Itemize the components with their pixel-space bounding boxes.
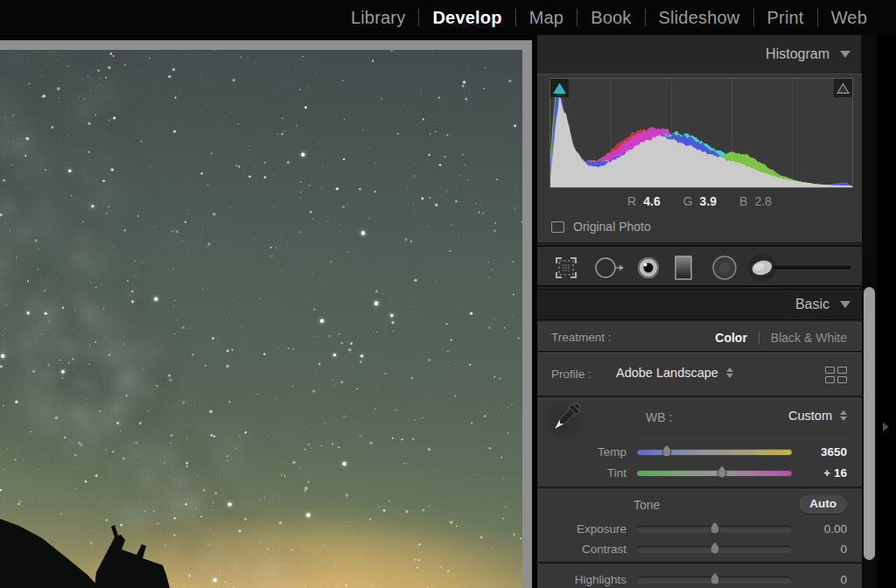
histogram-canvas [550,79,852,187]
profile-select[interactable]: Adobe Landscape [616,366,733,380]
red-eye-icon [636,256,661,280]
slider-thumb[interactable] [661,444,673,459]
nav-item-slideshow[interactable]: Slideshow [646,8,753,28]
rgb-readout: R 4.6 G 3.9 B 2.8 [537,192,862,211]
radial-filter-tool-button[interactable] [710,247,738,289]
contrast-slider-value[interactable]: 0 [786,542,847,556]
auto-tone-button[interactable]: Auto [799,495,847,514]
nav-item-web[interactable]: Web [818,8,880,28]
scrollbar-thumb[interactable] [864,287,875,560]
temp-slider-label: Temp [537,445,626,458]
tint-slider-value[interactable]: + 16 [786,466,847,480]
foreground-silhouette [0,50,522,588]
red-eye-tool-button[interactable] [635,247,662,289]
eyedropper-icon [542,399,585,443]
treatment-color-button[interactable]: Color [715,331,747,345]
adjustment-brush-icon [747,250,857,285]
exposure-slider-value[interactable]: 0.00 [786,522,847,536]
contrast-slider-label: Contrast [537,542,626,556]
profile-value: Adobe Landscape [616,366,718,380]
histogram-title: Histogram [766,46,830,62]
profile-section: Profile : Adobe Landscape [537,353,862,396]
highlights-slider-track[interactable] [637,577,792,583]
nav-item-map[interactable]: Map [516,8,578,28]
module-picker-bar: Library Develop Map Book Slideshow Print… [0,0,896,35]
histogram-section: R 4.6 G 3.9 B 2.8 Original Photo [537,74,862,243]
treatment-toggle: Color Black & White [715,323,847,353]
temp-slider-track[interactable] [637,449,792,455]
preview-image[interactable] [0,50,522,588]
wb-preset-select[interactable]: Custom [788,409,847,423]
readout-g-label: G [683,194,693,208]
crop-overlay-icon [555,256,578,279]
radial-filter-icon [710,254,738,282]
readout-r-value: 4.6 [643,194,660,208]
nav-item-library[interactable]: Library [338,8,419,28]
updown-arrows-icon [726,368,733,378]
exposure-slider-track[interactable] [637,526,792,532]
highlights-slider-value[interactable]: 0 [786,573,847,586]
histogram-plot[interactable] [550,78,853,188]
lightroom-develop-window: Library Develop Map Book Slideshow Print… [0,0,896,588]
temp-slider-row: Temp 3650 [537,442,862,463]
tool-strip [537,245,862,287]
basic-disclosure-triangle-icon[interactable] [840,301,850,308]
nav-item-book[interactable]: Book [578,8,644,28]
basic-panel-header[interactable]: Basic [537,289,862,320]
grid-cell [837,376,847,383]
module-picker: Library Develop Map Book Slideshow Print… [338,0,880,35]
updown-arrows-icon [840,410,847,421]
highlight-clip-triangle-icon [836,83,850,94]
white-balance-section: WB : Custom Temp 3650 Tint [537,398,862,487]
grid-cell [825,376,835,383]
histogram-panel-header[interactable]: Histogram [537,35,862,74]
contrast-slider-track[interactable] [637,546,792,552]
panel-scrollbar[interactable] [862,35,877,588]
profile-browser-grid-button[interactable] [825,367,847,383]
grid-cell [825,367,835,374]
tone-section: Tone Auto Exposure 0.00 Contrast 0 [537,489,862,563]
tint-slider-row: Tint + 16 [537,463,862,484]
graduated-filter-icon [673,254,694,282]
preview-area [0,35,537,588]
highlights-slider-row: Highlights 0 [537,570,862,588]
slider-thumb[interactable] [709,541,721,556]
develop-right-panel: Histogram R 4.6 [537,35,862,588]
shadow-clip-triangle-icon [553,83,566,94]
presence-tone-section: Highlights 0 [537,564,862,588]
slider-thumb[interactable] [716,465,728,480]
slider-thumb[interactable] [709,521,721,536]
treatment-separator [759,332,760,345]
wb-preset-value: Custom [788,409,832,423]
spot-removal-icon [593,255,625,281]
original-photo-label[interactable]: Original Photo [573,220,651,234]
highlight-clipping-indicator[interactable] [834,79,852,97]
tint-slider-track[interactable] [637,470,792,476]
shadow-clipping-indicator[interactable] [550,79,569,97]
contrast-slider-row: Contrast 0 [537,539,862,560]
right-edge-strip [877,35,896,588]
grid-cell [837,367,847,374]
adjustment-brush-tool-button[interactable] [747,247,857,289]
spot-removal-tool-button[interactable] [593,247,625,289]
treatment-bw-button[interactable]: Black & White [771,331,847,345]
treatment-section: Treatment : Color Black & White [537,322,862,352]
temp-slider-value[interactable]: 3650 [786,445,847,458]
tint-slider-label: Tint [537,466,626,480]
readout-b-label: B [739,194,747,208]
wb-label: WB : [646,410,672,424]
slider-thumb[interactable] [709,571,721,587]
nav-item-print[interactable]: Print [754,8,817,28]
graduated-filter-tool-button[interactable] [671,247,696,289]
readout-b-value: 2.8 [754,194,771,208]
readout-r-label: R [627,194,636,208]
panel-show-hide-arrow[interactable] [883,423,889,431]
crop-overlay-tool-button[interactable] [553,247,579,289]
exposure-slider-row: Exposure 0.00 [537,519,862,540]
readout-g-value: 3.9 [700,194,717,208]
basic-title: Basic [795,297,830,312]
original-photo-checkbox[interactable] [551,221,564,233]
histogram-disclosure-triangle-icon[interactable] [840,51,850,58]
wb-eyedropper-button[interactable] [542,399,585,443]
nav-item-develop[interactable]: Develop [419,8,514,28]
